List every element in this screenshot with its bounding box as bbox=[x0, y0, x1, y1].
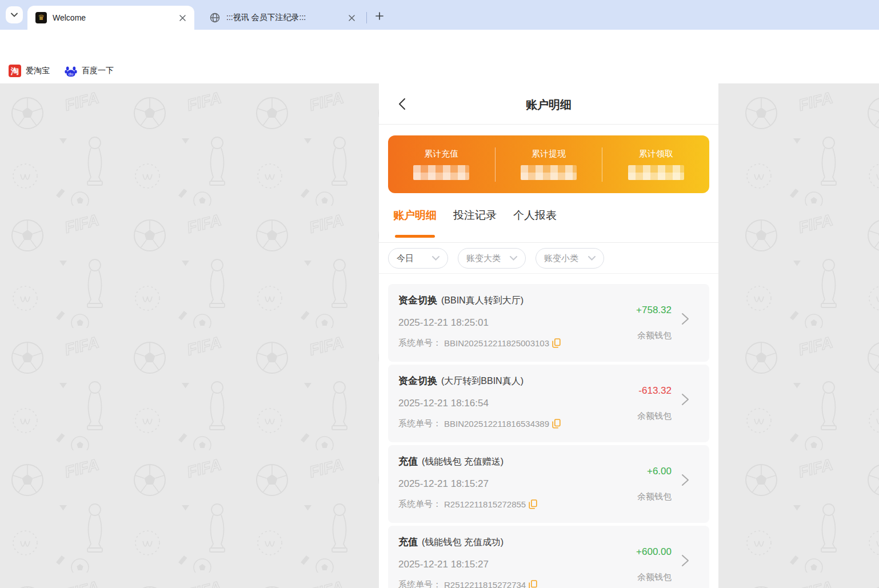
filter-minor-category-dropdown[interactable]: 账变小类 bbox=[536, 248, 604, 269]
browser-tab-welcome[interactable]: ♛ Welcome bbox=[27, 6, 194, 30]
summary-total-withdrawal: 累计提现 bbox=[496, 149, 602, 180]
tab-search-button[interactable] bbox=[6, 6, 23, 23]
new-tab-button[interactable] bbox=[371, 8, 387, 24]
transaction-title: 资金切换(BBIN真人转到大厅) bbox=[398, 294, 524, 307]
order-number: R2512211815272734 bbox=[444, 580, 526, 588]
transaction-amount: +758.32 bbox=[636, 305, 672, 316]
summary-total-deposit: 累计充值 bbox=[388, 149, 495, 180]
order-label: 系统单号： bbox=[398, 338, 441, 349]
transaction-title: 充值(钱能钱包 充值成功) bbox=[398, 535, 504, 549]
tab-account-detail[interactable]: 账户明细 bbox=[393, 206, 437, 223]
transaction-time: 2025-12-21 18:25:01 bbox=[398, 317, 489, 329]
transaction-detail: (钱能钱包 充值成功) bbox=[422, 537, 504, 547]
censored-value bbox=[521, 165, 577, 180]
transaction-time: 2025-12-21 18:15:27 bbox=[398, 559, 489, 570]
transaction-title: 充值(钱能钱包 充值赠送) bbox=[398, 455, 504, 468]
transaction-type: 充值 bbox=[398, 456, 418, 467]
tab-label: 账户明细 bbox=[393, 209, 437, 221]
bookmark-taobao[interactable]: 淘 爱淘宝 bbox=[9, 62, 50, 79]
summary-total-claimed: 累计领取 bbox=[602, 149, 709, 180]
order-label: 系统单号： bbox=[398, 499, 441, 510]
transaction-row[interactable]: 充值(钱能钱包 充值赠送) 2025-12-21 18:15:27 系统单号： … bbox=[388, 445, 709, 523]
filter-major-category-dropdown[interactable]: 账变大类 bbox=[458, 248, 526, 269]
transaction-row[interactable]: 充值(钱能钱包 充值成功) 2025-12-21 18:15:27 系统单号： … bbox=[388, 526, 709, 588]
filter-bar: 今日 账变大类 账变小类 bbox=[379, 243, 718, 274]
wallet-label: 余额钱包 bbox=[637, 572, 672, 583]
order-number: BBIN202512211825003103 bbox=[444, 338, 549, 348]
account-detail-panel: 账户明细 累计充值 累计提现 累计领取 账户明细 bbox=[379, 83, 718, 588]
active-tab-underline bbox=[395, 235, 435, 238]
transaction-type: 资金切换 bbox=[398, 375, 437, 386]
transaction-order: 系统单号： R2512211815272855 bbox=[398, 499, 537, 510]
transaction-detail: (钱能钱包 充值赠送) bbox=[422, 457, 504, 466]
bookmarks-bar: 淘 爱淘宝 du 百度一下 bbox=[0, 58, 879, 83]
page-content: FIFA bbox=[0, 83, 879, 588]
transaction-list: 资金切换(BBIN真人转到大厅) 2025-12-21 18:25:01 系统单… bbox=[379, 274, 718, 588]
bookmark-baidu[interactable]: du 百度一下 bbox=[65, 62, 114, 79]
browser-toolbar: ld48.com/reports/index?tab=0 bbox=[0, 30, 879, 58]
filter-label: 账变大类 bbox=[466, 253, 501, 264]
chevron-down-icon bbox=[11, 13, 18, 17]
filter-date-dropdown[interactable]: 今日 bbox=[388, 248, 448, 269]
censored-value bbox=[628, 165, 684, 180]
transaction-detail: (BBIN真人转到大厅) bbox=[441, 295, 524, 305]
order-number: BBIN202512211816534389 bbox=[444, 419, 549, 429]
page-header: 账户明细 bbox=[379, 83, 718, 125]
transaction-order: 系统单号： BBIN202512211816534389 bbox=[398, 418, 561, 429]
chevron-right-icon[interactable] bbox=[681, 474, 689, 486]
transaction-detail: (大厅转到BBIN真人) bbox=[441, 376, 524, 386]
summary-label: 累计充值 bbox=[424, 149, 458, 159]
transaction-time: 2025-12-21 18:16:54 bbox=[398, 398, 489, 409]
wallet-label: 余额钱包 bbox=[637, 491, 672, 502]
svg-text:du: du bbox=[69, 71, 73, 77]
transaction-time: 2025-12-21 18:15:27 bbox=[398, 478, 489, 490]
page-title: 账户明细 bbox=[379, 97, 718, 113]
chevron-right-icon[interactable] bbox=[681, 554, 689, 567]
taobao-icon: 淘 bbox=[9, 65, 21, 77]
browser-tab-strip: ♛ Welcome :::视讯 会员下注纪录::: bbox=[0, 0, 879, 30]
tab-personal-report[interactable]: 个人报表 bbox=[513, 206, 557, 223]
report-tabs: 账户明细 投注记录 个人报表 bbox=[379, 206, 718, 243]
globe-icon bbox=[209, 12, 221, 23]
transaction-order: 系统单号： BBIN202512211825003103 bbox=[398, 338, 561, 349]
chevron-right-icon[interactable] bbox=[681, 393, 689, 406]
tab-title: Welcome bbox=[53, 13, 176, 22]
order-label: 系统单号： bbox=[398, 418, 441, 429]
baidu-icon: du bbox=[65, 65, 77, 77]
tab-close-button[interactable] bbox=[345, 11, 358, 24]
tab-close-button[interactable] bbox=[176, 11, 189, 24]
transaction-row[interactable]: 资金切换(BBIN真人转到大厅) 2025-12-21 18:25:01 系统单… bbox=[388, 284, 709, 362]
transaction-title: 资金切换(大厅转到BBIN真人) bbox=[398, 374, 524, 387]
browser-tab-betting-records[interactable]: :::视讯 会员下注纪录::: bbox=[201, 6, 363, 30]
close-icon bbox=[349, 15, 355, 21]
summary-card: 累计充值 累计提现 累计领取 bbox=[388, 135, 709, 193]
tab-bet-records[interactable]: 投注记录 bbox=[453, 206, 497, 223]
censored-value bbox=[413, 165, 469, 180]
bookmark-label: 爱淘宝 bbox=[26, 66, 50, 76]
summary-label: 累计提现 bbox=[532, 149, 566, 159]
transaction-type: 资金切换 bbox=[398, 295, 437, 306]
summary-label: 累计领取 bbox=[639, 149, 673, 159]
order-label: 系统单号： bbox=[398, 579, 441, 588]
chevron-down-icon bbox=[510, 256, 517, 261]
chevron-down-icon bbox=[432, 256, 440, 261]
copy-icon[interactable] bbox=[552, 419, 561, 429]
close-icon bbox=[179, 15, 186, 21]
transaction-amount: -613.32 bbox=[638, 385, 672, 397]
filter-label: 今日 bbox=[397, 253, 414, 264]
copy-icon[interactable] bbox=[552, 338, 561, 348]
copy-icon[interactable] bbox=[529, 499, 537, 509]
transaction-amount: +600.00 bbox=[636, 546, 672, 558]
chevron-right-icon[interactable] bbox=[681, 313, 689, 325]
site-favicon: ♛ bbox=[35, 12, 47, 23]
transaction-amount: +6.00 bbox=[647, 466, 672, 477]
wallet-label: 余额钱包 bbox=[637, 411, 672, 422]
copy-icon[interactable] bbox=[529, 580, 537, 588]
tab-label: 个人报表 bbox=[513, 209, 557, 221]
transaction-order: 系统单号： R2512211815272734 bbox=[398, 579, 537, 588]
transaction-row[interactable]: 资金切换(大厅转到BBIN真人) 2025-12-21 18:16:54 系统单… bbox=[388, 365, 709, 442]
bookmark-label: 百度一下 bbox=[82, 66, 114, 76]
order-number: R2512211815272855 bbox=[444, 499, 526, 509]
tab-label: 投注记录 bbox=[453, 209, 497, 221]
wallet-label: 余额钱包 bbox=[637, 330, 672, 341]
